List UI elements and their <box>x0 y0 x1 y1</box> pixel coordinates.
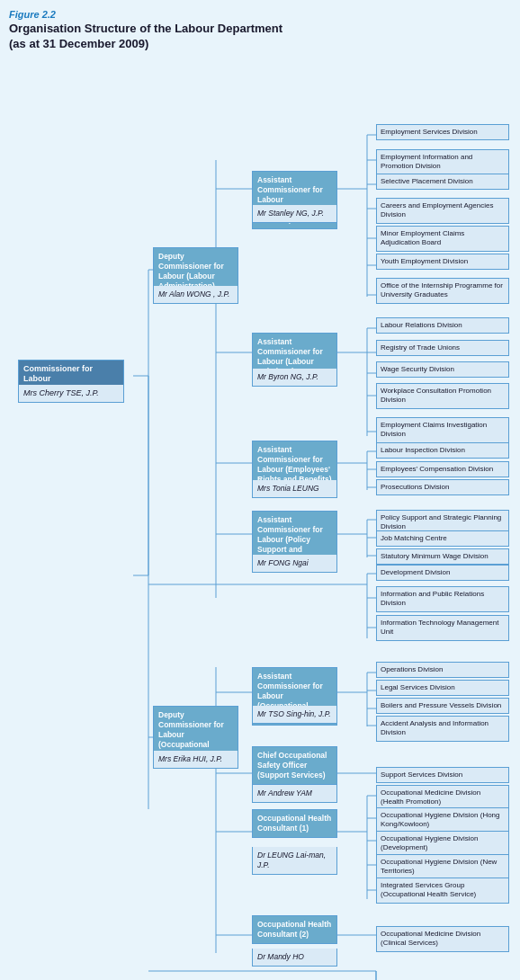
commissioner-name: Mrs Cherry TSE, J.P. <box>18 385 124 404</box>
div-ohc1-4: Occupational Hygiene Division (New Terri… <box>376 854 509 880</box>
ac2-name: Mr Byron NG, J.P. <box>252 369 337 387</box>
deputy2-name: Mrs Erika HUI, J.P. <box>153 751 238 769</box>
ac4-name: Mr FONG Ngai <box>252 555 337 573</box>
div-ac3-1: Labour Inspection Division <box>376 442 509 459</box>
coso-title: Chief Occupational Safety Officer (Suppo… <box>252 746 337 785</box>
div-ac1-5: Minor Employment Claims Adjudication Boa… <box>376 226 509 252</box>
div-ac4-3: Statutory Minimum Wage Division <box>376 548 509 565</box>
div-ac2-4: Workplace Consultation Promotion Divisio… <box>376 383 509 409</box>
ohc1-name: Dr LEUNG Lai-man, J.P. <box>252 847 337 875</box>
div-ac3-3: Prosecutions Division <box>376 479 509 495</box>
div-ac2-3: Wage Security Division <box>376 361 509 378</box>
div-ac2-5: Employment Claims Investigation Division <box>376 417 509 443</box>
div-coso-1: Support Services Division <box>376 767 509 783</box>
div-standalone-1: Development Division <box>376 565 509 581</box>
div-ac4-2: Job Matching Centre <box>376 530 509 547</box>
ac3-name: Mrs Tonia LEUNG <box>252 480 337 498</box>
ac5-name: Mr TSO Sing-hin, J.P. <box>252 706 337 724</box>
div-standalone-2: Information and Public Relations Divisio… <box>376 586 509 612</box>
div-ac5-1: Operations Division <box>376 662 509 678</box>
div-ac1-3: Selective Placement Division <box>376 174 509 190</box>
coso-name: Mr Andrew YAM <box>252 785 337 803</box>
div-ac3-2: Employees' Compensation Division <box>376 461 509 477</box>
div-ohc1-3: Occupational Hygiene Division (Developme… <box>376 831 509 857</box>
div-ohc1-5: Integrated Services Group (Occupational … <box>376 878 509 904</box>
div-ac5-3: Boilers and Pressure Vessels Division <box>376 698 509 714</box>
ac1-name: Mr Stanley NG, J.P. <box>252 205 337 223</box>
div-ac5-2: Legal Services Division <box>376 680 509 696</box>
div-ac2-1: Labour Relations Division <box>376 317 509 334</box>
page-title: Organisation Structure of the Labour Dep… <box>9 22 511 52</box>
div-ac5-4: Accident Analysis and Information Divisi… <box>376 716 509 742</box>
ohc1-title: Occupational Health Consultant (1) <box>252 809 337 838</box>
div-standalone-3: Information Technology Management Unit <box>376 615 509 641</box>
div-ac1-4: Careers and Employment Agencies Division <box>376 198 509 224</box>
ohc2-name: Dr Mandy HO <box>252 949 337 967</box>
figure-label: Figure 2.2 <box>9 9 511 20</box>
div-ohc2-1: Occupational Medicine Division (Clinical… <box>376 926 509 952</box>
div-ac1-7: Office of the Internship Programme for U… <box>376 278 509 304</box>
div-ohc1-2: Occupational Hygiene Division (Hong Kong… <box>376 807 509 833</box>
div-ac1-2: Employment Information and Promotion Div… <box>376 149 509 175</box>
ohc2-title: Occupational Health Consultant (2) <box>252 915 337 944</box>
div-ac2-2: Registry of Trade Unions <box>376 340 509 356</box>
div-ac1-1: Employment Services Division <box>376 124 509 140</box>
deputy1-name: Mr Alan WONG , J.P. <box>153 286 238 304</box>
org-chart: Commissioner for Labour Mrs Cherry TSE, … <box>9 63 511 980</box>
div-ac1-6: Youth Employment Division <box>376 254 509 270</box>
